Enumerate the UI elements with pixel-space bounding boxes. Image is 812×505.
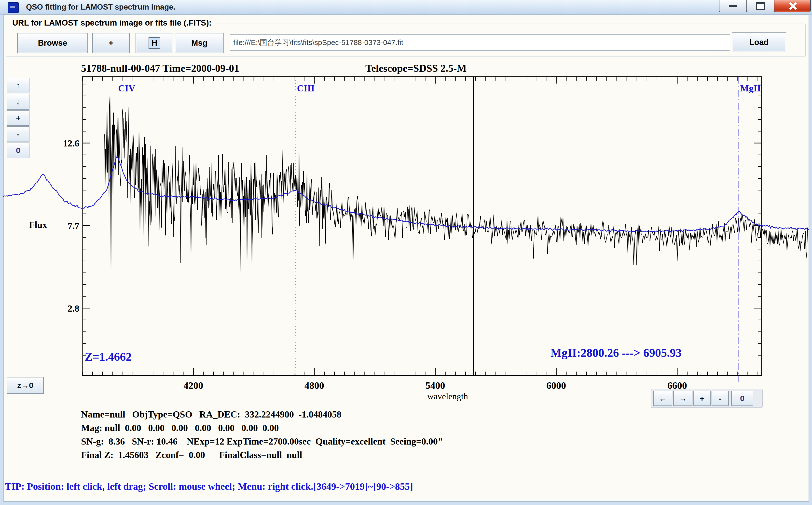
mgii-annotation: MgII:2800.26 ---> 6905.93: [550, 346, 682, 359]
zoom-out-x-button[interactable]: -: [712, 391, 729, 406]
spectral-line-label-CIV: CIV: [118, 83, 135, 94]
svg-text:4200: 4200: [184, 380, 203, 391]
spectral-line-label-CIII: CIII: [297, 83, 315, 94]
tip-text: TIP: Position: left click, left drag; Sc…: [5, 481, 413, 492]
close-icon: [788, 2, 797, 10]
maximize-button[interactable]: [747, 0, 774, 12]
svg-text:4800: 4800: [304, 380, 324, 391]
pan-down-button[interactable]: ↓: [7, 94, 29, 110]
msg-button-label: Msg: [191, 38, 208, 48]
svg-text:2.8: 2.8: [68, 303, 79, 314]
series-observed-spectrum: [104, 96, 808, 272]
zoom-in-y-button[interactable]: +: [7, 110, 29, 126]
add-button[interactable]: +: [92, 33, 129, 53]
svg-text:7.7: 7.7: [68, 221, 79, 231]
load-button[interactable]: Load: [732, 32, 786, 52]
app-window: QSO fitting for LAMOST spectrum image. U…: [0, 0, 812, 505]
pan-left-button[interactable]: ←: [653, 391, 672, 406]
info-line-name: Name=null ObjType=QSO RA_DEC: 332.224490…: [81, 409, 341, 420]
zoom-out-y-button[interactable]: -: [7, 126, 29, 142]
url-groupbox-label: URL for LAMOST spectrum image or fits fi…: [10, 18, 214, 27]
info-line-mag: Mag: null 0.00 0.00 0.00 0.00 0.00 0.00 …: [81, 423, 279, 433]
msg-button[interactable]: Msg: [175, 33, 224, 53]
svg-text:12.6: 12.6: [63, 138, 79, 148]
info-line-finalz: Final Z: 1.45603 Zconf= 0.00 FinalClass=…: [81, 450, 302, 460]
pan-right-label: →: [679, 394, 687, 403]
browse-button[interactable]: Browse: [17, 33, 88, 53]
zoom-out-y-label: -: [17, 130, 20, 139]
plot-series: [2, 77, 809, 382]
pan-left-label: ←: [659, 394, 666, 403]
spectrum-plot[interactable]: 51788-null-00-047 Time=2000-09-01 Telesc…: [0, 58, 812, 408]
plot-header-left: 51788-null-00-047 Time=2000-09-01: [81, 63, 239, 74]
x-axis-title: wavelength: [427, 391, 468, 401]
zoom-in-x-button[interactable]: +: [694, 391, 711, 406]
pan-up-button[interactable]: ↑: [7, 78, 29, 94]
plot-header-right: Telescope=SDSS 2.5-M: [365, 63, 467, 74]
reset-x-button[interactable]: 0: [731, 391, 753, 406]
h-button[interactable]: H: [136, 33, 173, 53]
reset-x-label: 0: [740, 394, 745, 403]
close-button[interactable]: [774, 0, 811, 12]
browse-button-label: Browse: [38, 38, 67, 48]
plot-axes: 420048005400600066002.87.712.6: [63, 77, 762, 391]
zoom-in-y-label: +: [16, 114, 21, 123]
z-reset-label: z→0: [17, 381, 33, 390]
svg-text:6000: 6000: [546, 380, 566, 391]
load-button-label: Load: [749, 38, 769, 47]
add-button-label: +: [108, 38, 113, 48]
svg-text:5400: 5400: [426, 380, 445, 391]
y-axis-title: Flux: [29, 220, 47, 230]
spectral-line-labels: CIVCIIIMgII: [118, 83, 761, 94]
redshift-annotation: Z=1.4662: [85, 350, 131, 363]
info-line-sn: SN-g: 8.36 SN-r: 10.46 NExp=12 ExpTime=2…: [81, 436, 443, 447]
maximize-icon: [756, 2, 765, 10]
pan-down-label: ↓: [16, 97, 20, 107]
z-reset-button[interactable]: z→0: [7, 377, 44, 394]
reset-y-label: 0: [16, 146, 20, 155]
spectral-line-label-MgII: MgII: [740, 83, 761, 94]
zoom-in-x-label: +: [700, 394, 705, 403]
title-bar: QSO fitting for LAMOST spectrum image.: [0, 0, 812, 14]
reset-y-button[interactable]: 0: [7, 143, 29, 158]
pan-right-button[interactable]: →: [673, 391, 693, 406]
minimize-button[interactable]: [719, 0, 747, 12]
zoom-out-x-label: -: [719, 394, 722, 403]
app-icon: [8, 2, 19, 13]
pan-up-label: ↑: [16, 81, 20, 90]
window-title: QSO fitting for LAMOST spectrum image.: [26, 0, 175, 14]
h-button-label: H: [149, 38, 160, 48]
url-input[interactable]: [230, 34, 730, 51]
minimize-icon: [729, 5, 737, 7]
